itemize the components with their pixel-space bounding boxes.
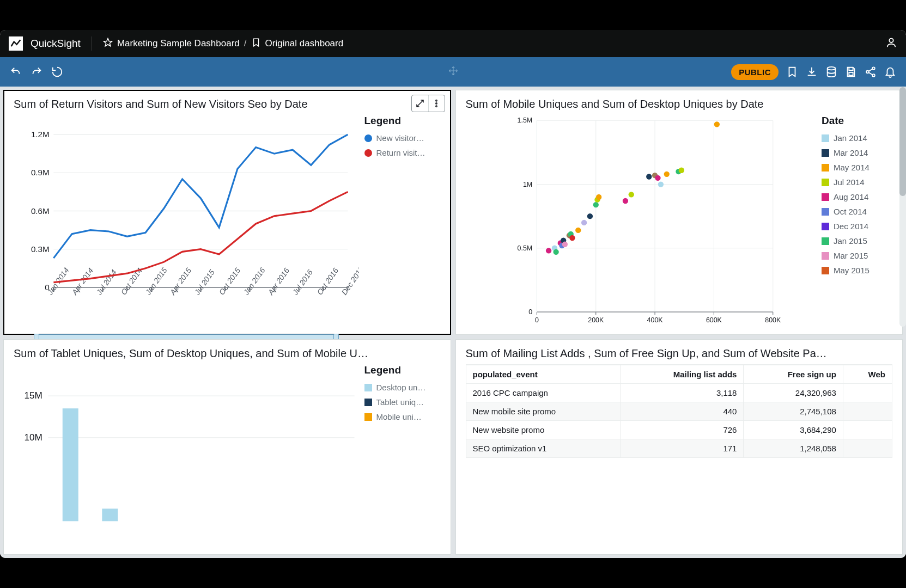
dashboard-grid: Sum of Return Visitors and Sum of New Vi… bbox=[0, 87, 906, 558]
legend-item[interactable]: Jan 2015 bbox=[822, 236, 892, 246]
table-header[interactable]: populated_event bbox=[466, 365, 621, 384]
legend-label: Aug 2014 bbox=[834, 192, 868, 201]
svg-point-9 bbox=[436, 106, 437, 107]
legend-item[interactable]: Dec 2014 bbox=[822, 222, 892, 231]
svg-point-90 bbox=[646, 174, 652, 179]
legend-label: Jan 2014 bbox=[834, 133, 867, 143]
legend-item[interactable]: May 2015 bbox=[822, 266, 892, 275]
toolbar-right: PUBLIC bbox=[731, 64, 896, 80]
legend-item[interactable]: Oct 2014 bbox=[822, 207, 892, 216]
card-title: Sum of Mobile Uniques and Sum of Desktop… bbox=[466, 98, 893, 111]
svg-text:200K: 200K bbox=[588, 316, 604, 324]
svg-rect-3 bbox=[849, 72, 853, 76]
line-chart-plot[interactable]: 00.3M0.6M0.9M1.2MJan 2014Apr 2014Jul 201… bbox=[14, 115, 359, 329]
legend-item[interactable]: Return visit… bbox=[364, 148, 441, 157]
table-row[interactable]: 2016 CPC campaign3,11824,320,963 bbox=[466, 384, 892, 402]
scrollbar-thumb[interactable] bbox=[899, 87, 906, 196]
legend-swatch bbox=[822, 179, 829, 186]
letterbox-bottom bbox=[0, 558, 906, 588]
svg-text:Oct 2015: Oct 2015 bbox=[217, 266, 242, 297]
legend-item[interactable]: Tablet uniq… bbox=[364, 397, 441, 407]
table-row[interactable]: New website promo7263,684,290 bbox=[466, 421, 892, 439]
legend-item[interactable]: Mar 2015 bbox=[822, 251, 892, 260]
legend-swatch bbox=[822, 134, 829, 142]
star-icon[interactable] bbox=[103, 38, 113, 50]
svg-point-78 bbox=[562, 242, 567, 247]
legend-swatch bbox=[822, 149, 829, 157]
svg-text:Dec 2016: Dec 2016 bbox=[340, 265, 359, 296]
database-icon[interactable] bbox=[825, 66, 837, 78]
svg-point-72 bbox=[545, 248, 551, 253]
card-mobile-desktop-uniques[interactable]: Sum of Mobile Uniques and Sum of Desktop… bbox=[455, 90, 903, 335]
legend-item[interactable]: Desktop un… bbox=[364, 383, 441, 392]
bookmark-icon[interactable] bbox=[251, 38, 261, 50]
legend-swatch bbox=[822, 252, 829, 260]
table-header[interactable]: Free sign up bbox=[744, 365, 843, 384]
expand-icon[interactable] bbox=[412, 95, 428, 112]
bar-chart-plot[interactable]: 10M15M bbox=[14, 364, 359, 549]
svg-text:0.3M: 0.3M bbox=[31, 244, 50, 254]
breadcrumb-parent[interactable]: Marketing Sample Dashboard bbox=[117, 38, 240, 49]
svg-text:1.2M: 1.2M bbox=[31, 130, 50, 139]
table-header[interactable]: Mailing list adds bbox=[621, 365, 744, 384]
app-window: QuickSight Marketing Sample Dashboard / … bbox=[0, 30, 906, 558]
undo-icon[interactable] bbox=[10, 66, 22, 78]
action-toolbar: PUBLIC bbox=[0, 57, 906, 87]
legend-label: New visitor… bbox=[376, 133, 424, 143]
card-title: Sum of Mailing List Adds , Sum of Free S… bbox=[466, 347, 893, 360]
table-row[interactable]: New mobile site promo4402,745,108 bbox=[466, 402, 892, 421]
card-return-new-visitors[interactable]: Sum of Return Visitors and Sum of New Vi… bbox=[3, 90, 451, 335]
legend-item[interactable]: Jul 2014 bbox=[822, 177, 892, 187]
legend-label: Dec 2014 bbox=[834, 222, 868, 231]
svg-text:15M: 15M bbox=[24, 390, 42, 401]
download-icon[interactable] bbox=[806, 66, 818, 78]
toolbar-left bbox=[10, 66, 63, 78]
legend-item[interactable]: Mar 2014 bbox=[822, 148, 892, 157]
legend-item[interactable]: Mobile uni… bbox=[364, 412, 441, 421]
bell-icon[interactable] bbox=[884, 66, 896, 78]
legend-item[interactable]: New visitor… bbox=[364, 133, 441, 143]
user-icon[interactable] bbox=[885, 36, 897, 51]
svg-point-89 bbox=[628, 192, 634, 197]
reset-icon[interactable] bbox=[51, 66, 63, 78]
legend-item[interactable]: May 2014 bbox=[822, 163, 892, 172]
legend-title: Legend bbox=[364, 115, 441, 127]
legend-swatch bbox=[822, 223, 829, 230]
pivot-table[interactable]: populated_eventMailing list addsFree sig… bbox=[466, 364, 893, 549]
svg-point-97 bbox=[714, 121, 719, 127]
redo-icon[interactable] bbox=[31, 66, 42, 78]
svg-point-2 bbox=[828, 67, 836, 70]
legend-swatch bbox=[822, 208, 829, 216]
card-mailing-list-table[interactable]: Sum of Mailing List Adds , Sum of Free S… bbox=[455, 339, 903, 555]
svg-text:Apr 2016: Apr 2016 bbox=[266, 266, 291, 297]
more-menu-icon[interactable] bbox=[428, 95, 445, 112]
svg-marker-0 bbox=[104, 38, 112, 46]
svg-text:Apr 2014: Apr 2014 bbox=[70, 266, 95, 297]
save-icon[interactable] bbox=[845, 66, 857, 78]
card-title: Sum of Return Visitors and Sum of New Vi… bbox=[14, 98, 441, 111]
breadcrumb-separator: / bbox=[244, 38, 247, 49]
drag-handle[interactable] bbox=[448, 66, 458, 78]
card-tablet-desktop-mobile[interactable]: Sum of Tablet Uniques, Sum of Desktop Un… bbox=[3, 339, 451, 555]
legend-label: Desktop un… bbox=[376, 383, 426, 392]
table-row[interactable]: SEO optimization v11711,248,058 bbox=[466, 439, 892, 458]
table-header[interactable]: Web bbox=[843, 365, 892, 384]
legend-item[interactable]: Aug 2014 bbox=[822, 192, 892, 201]
scrollbar-track[interactable] bbox=[899, 87, 906, 327]
scatter-plot[interactable]: 0200K400K600K800K00.5M1M1.5M bbox=[466, 115, 817, 329]
bookmark-outline-icon[interactable] bbox=[786, 66, 798, 78]
svg-text:0: 0 bbox=[528, 308, 532, 316]
legend: Legend New visitor…Return visit… bbox=[364, 115, 441, 329]
separator bbox=[92, 36, 92, 51]
svg-point-96 bbox=[678, 168, 684, 173]
svg-text:Oct 2016: Oct 2016 bbox=[315, 266, 340, 297]
svg-point-81 bbox=[569, 235, 575, 241]
svg-text:Jan 2015: Jan 2015 bbox=[143, 266, 169, 297]
quicksight-logo-icon bbox=[9, 36, 23, 51]
app-name: QuickSight bbox=[31, 38, 81, 50]
legend: Legend Desktop un…Tablet uniq…Mobile uni… bbox=[364, 364, 441, 549]
svg-point-93 bbox=[658, 181, 663, 187]
legend-item[interactable]: Jan 2014 bbox=[822, 133, 892, 143]
breadcrumb-child[interactable]: Original dashboard bbox=[265, 38, 344, 49]
share-icon[interactable] bbox=[865, 66, 877, 78]
